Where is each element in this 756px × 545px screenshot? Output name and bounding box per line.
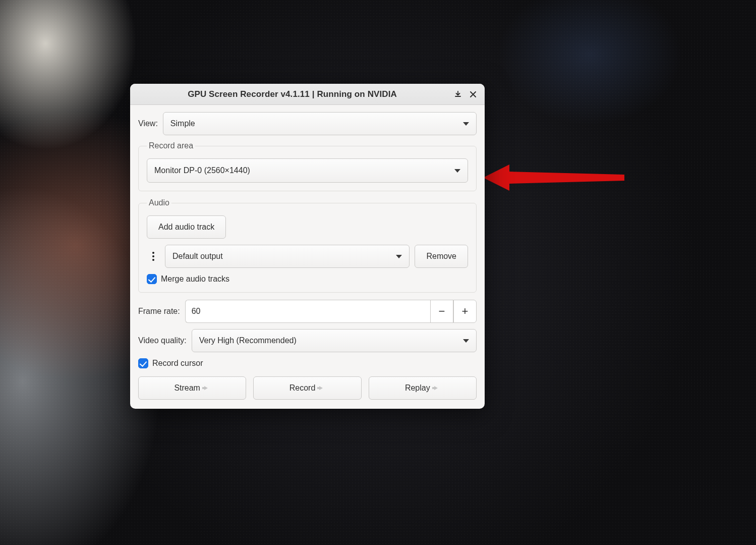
frame-rate-increment-button[interactable]: +: [453, 300, 477, 323]
window-body: View: Simple Record area Monitor DP-0 (2…: [130, 105, 485, 409]
video-quality-value: Very High (Recommended): [199, 336, 297, 345]
frame-rate-value: 60: [192, 307, 201, 316]
go-next-icon: [434, 385, 440, 391]
plus-icon: +: [462, 305, 469, 318]
frame-rate-input[interactable]: 60: [185, 300, 430, 323]
audio-source-value: Default output: [172, 252, 223, 261]
chevron-down-icon: [463, 339, 469, 343]
audio-frame: Audio Add audio track Default output Rem: [138, 198, 477, 293]
view-combo[interactable]: Simple: [163, 112, 477, 135]
kebab-icon: [152, 252, 154, 254]
frame-rate-label: Frame rate:: [138, 307, 180, 316]
chevron-down-icon: [396, 255, 402, 258]
go-next-icon: [319, 385, 325, 391]
remove-audio-track-label: Remove: [426, 252, 456, 261]
merge-audio-tracks-label: Merge audio tracks: [161, 275, 229, 284]
gpu-screen-recorder-window: GPU Screen Recorder v4.1.11 | Running on…: [130, 84, 485, 409]
stream-button[interactable]: Stream: [138, 376, 246, 400]
stream-button-label: Stream: [174, 384, 200, 393]
audio-track-menu-button[interactable]: [147, 245, 160, 268]
titlebar[interactable]: GPU Screen Recorder v4.1.11 | Running on…: [130, 84, 485, 105]
record-area-legend: Record area: [147, 141, 195, 150]
frame-rate-decrement-button[interactable]: −: [430, 300, 453, 323]
minus-icon: −: [439, 305, 445, 318]
download-icon: [454, 91, 461, 98]
chevron-down-icon: [463, 122, 469, 126]
record-button-label: Record: [289, 384, 316, 393]
video-quality-combo[interactable]: Very High (Recommended): [192, 329, 477, 352]
merge-audio-tracks-input[interactable]: [147, 274, 157, 284]
audio-legend: Audio: [147, 198, 171, 207]
record-cursor-input[interactable]: [138, 358, 148, 368]
record-cursor-label: Record cursor: [152, 359, 203, 368]
add-audio-track-label: Add audio track: [158, 223, 214, 232]
record-area-frame: Record area Monitor DP-0 (2560×1440): [138, 141, 477, 191]
video-quality-label: Video quality:: [138, 336, 187, 345]
view-label: View:: [138, 119, 158, 128]
merge-audio-tracks-checkbox[interactable]: Merge audio tracks: [147, 274, 468, 284]
chevron-down-icon: [454, 169, 460, 173]
remove-audio-track-button[interactable]: Remove: [415, 245, 468, 268]
close-icon: [470, 91, 476, 97]
view-combo-value: Simple: [170, 119, 195, 128]
add-audio-track-button[interactable]: Add audio track: [147, 215, 226, 239]
record-cursor-checkbox[interactable]: Record cursor: [138, 358, 203, 368]
close-button[interactable]: [466, 88, 481, 101]
record-area-value: Monitor DP-0 (2560×1440): [154, 166, 250, 175]
record-button[interactable]: Record: [253, 376, 361, 400]
audio-source-combo[interactable]: Default output: [165, 245, 410, 268]
replay-button-label: Replay: [405, 384, 430, 393]
window-title: GPU Screen Recorder v4.1.11 | Running on…: [134, 89, 450, 99]
record-area-combo[interactable]: Monitor DP-0 (2560×1440): [147, 158, 468, 183]
replay-button[interactable]: Replay: [369, 376, 477, 400]
go-next-icon: [204, 385, 210, 391]
minimize-button[interactable]: [450, 88, 466, 101]
